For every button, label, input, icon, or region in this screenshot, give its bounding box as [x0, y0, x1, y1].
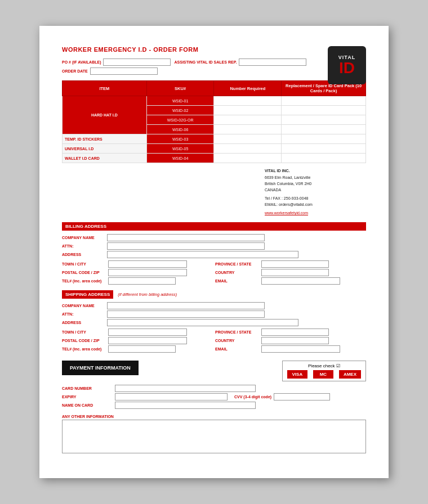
billing-country-input[interactable] — [261, 269, 329, 276]
qty-wsid01-cell — [214, 96, 282, 106]
replace-wsid01-input[interactable] — [284, 97, 363, 104]
po-row: PO # (IF AVAILABLE) ASSISTING VITAL ID S… — [62, 58, 366, 66]
shipping-province-input[interactable] — [261, 328, 329, 336]
card-number-input[interactable] — [115, 385, 256, 392]
amex-option[interactable]: AMEX — [339, 370, 361, 379]
billing-town-input[interactable] — [108, 260, 187, 268]
shipping-province-label: PROVINCE / STATE — [215, 330, 260, 334]
qty-wsid02gor-input[interactable] — [216, 116, 279, 123]
billing-company-label: COMPANY NAME — [62, 236, 107, 240]
replace-wsid02gor-input[interactable] — [284, 116, 363, 123]
cvv-input[interactable] — [274, 393, 330, 400]
billing-town-province-row: TOWN / CITY PROVINCE / STATE — [62, 260, 366, 268]
replace-wsid02-input[interactable] — [284, 107, 363, 114]
order-date-group: ORDER DATE — [62, 68, 158, 75]
name-on-card-input[interactable] — [115, 402, 256, 409]
billing-attn-label: ATTN: — [62, 244, 107, 248]
billing-postal-input[interactable] — [108, 269, 187, 276]
other-info-section: ANY OTHER INFORMATION — [62, 415, 366, 456]
shipping-town-input[interactable] — [108, 328, 187, 336]
sku-wsid05: WSID-05 — [146, 144, 214, 154]
card-number-row: CARD NUMBER — [62, 385, 366, 392]
replace-wsid03-input[interactable] — [284, 136, 363, 142]
shipping-email-input[interactable] — [261, 345, 340, 353]
items-table: ITEM SKU# Number Required Replacement / … — [62, 80, 366, 163]
shipping-attn-input[interactable] — [107, 310, 265, 318]
billing-province-label: PROVINCE / STATE — [215, 262, 260, 266]
shipping-town-label: TOWN / CITY — [62, 330, 107, 334]
name-on-card-label: NAME ON CARD — [62, 403, 113, 407]
universal-id-label: UNIVERSAL I.D — [63, 144, 147, 154]
qty-wsid05-input[interactable] — [216, 145, 279, 152]
name-on-card-row: NAME ON CARD — [62, 402, 366, 409]
company-website-row: www.workersafetyid.com — [265, 210, 366, 216]
shipping-postal-label: POSTAL CODE / ZIP — [62, 339, 107, 343]
shipping-attn-label: ATTN: — [62, 312, 107, 316]
billing-province-input[interactable] — [261, 260, 329, 268]
sku-wsid01: WSID-01 — [146, 96, 214, 106]
mc-option[interactable]: MC — [313, 370, 333, 379]
table-row: HARD HAT I.D WSID-01 — [63, 96, 366, 106]
replace-wsid05-input[interactable] — [284, 145, 363, 152]
table-row: UNIVERSAL I.D WSID-05 — [63, 144, 366, 154]
company-website[interactable]: www.workersafetyid.com — [265, 211, 308, 215]
billing-company-input[interactable] — [107, 234, 265, 241]
billing-company-row: COMPANY NAME — [62, 234, 366, 241]
payment-section: PAYMENT INFORMATION Please check ☑ VISA … — [62, 361, 366, 381]
shipping-tel-email-row: TEL# (inc. area code) EMAIL — [62, 345, 366, 353]
shipping-country-input[interactable] — [261, 337, 329, 344]
card-number-label: CARD NUMBER — [62, 386, 113, 390]
shipping-tel-input[interactable] — [108, 345, 176, 353]
billing-address-label: ADDRESS — [62, 253, 107, 256]
order-date-input[interactable] — [90, 68, 158, 75]
qty-wsid03-input[interactable] — [216, 136, 279, 142]
company-address2: British Columbia, V0R 2H0 — [265, 181, 366, 187]
sales-rep-input[interactable] — [239, 58, 306, 66]
cvv-label: CVV (3-4 digit code) — [234, 395, 271, 399]
expiry-label: EXPIRY — [62, 395, 113, 399]
col-sku: SKU# — [146, 81, 214, 96]
shipping-address-input[interactable] — [107, 319, 298, 326]
qty-wsid02-input[interactable] — [216, 107, 279, 114]
col-item: ITEM — [63, 81, 147, 96]
shipping-header-row: SHIPPING ADDRESS (if different from bill… — [62, 290, 366, 299]
sales-rep-group: ASSISTING VITAL ID SALES REP. — [174, 58, 306, 66]
shipping-town-group: TOWN / CITY — [62, 328, 213, 336]
sku-wsid06: WSID-06 — [146, 125, 214, 134]
billing-tel-input[interactable] — [108, 277, 176, 285]
col-qty: Number Required — [214, 81, 282, 96]
billing-email-input[interactable] — [261, 277, 340, 285]
po-input[interactable] — [103, 58, 171, 66]
billing-address-row: ADDRESS — [62, 251, 366, 258]
shipping-company-input[interactable] — [107, 302, 265, 309]
shipping-tel-label: TEL# (inc. area code) — [62, 347, 107, 351]
po-group: PO # (IF AVAILABLE) — [62, 58, 171, 66]
card-options: Please check ☑ VISA MC AMEX — [282, 361, 366, 381]
shipping-town-province-row: TOWN / CITY PROVINCE / STATE — [62, 328, 366, 336]
shipping-postal-input[interactable] — [108, 337, 187, 344]
shipping-header: SHIPPING ADDRESS — [62, 290, 113, 299]
other-info-label: ANY OTHER INFORMATION — [62, 415, 366, 418]
company-email-label: EMAIL: — [265, 202, 278, 206]
billing-attn-input[interactable] — [107, 242, 265, 250]
logo-id-text: ID — [339, 60, 355, 76]
shipping-form: COMPANY NAME ATTN: ADDRESS TOWN / CITY P… — [62, 302, 366, 353]
billing-email-label: EMAIL — [215, 279, 260, 283]
shipping-province-group: PROVINCE / STATE — [215, 328, 366, 336]
qty-wsid01-input[interactable] — [216, 97, 279, 104]
other-info-textarea[interactable] — [62, 420, 366, 453]
visa-option[interactable]: VISA — [287, 370, 307, 379]
billing-country-group: COUNTRY — [215, 269, 366, 276]
billing-town-label: TOWN / CITY — [62, 262, 107, 266]
qty-wsid06-input[interactable] — [216, 126, 279, 133]
billing-address-input[interactable] — [107, 251, 298, 258]
replace-wsid04-input[interactable] — [284, 155, 363, 161]
replace-wsid06-input[interactable] — [284, 126, 363, 133]
qty-wsid04-input[interactable] — [216, 155, 279, 161]
shipping-country-group: COUNTRY — [215, 337, 366, 344]
company-tel: Tel / FAX : 250-933-0048 — [265, 195, 366, 201]
sku-wsid04: WSID-04 — [146, 154, 214, 163]
billing-form: COMPANY NAME ATTN: ADDRESS TOWN / CITY P… — [62, 234, 366, 285]
billing-email-group: EMAIL — [215, 277, 366, 285]
expiry-input[interactable] — [115, 393, 228, 400]
